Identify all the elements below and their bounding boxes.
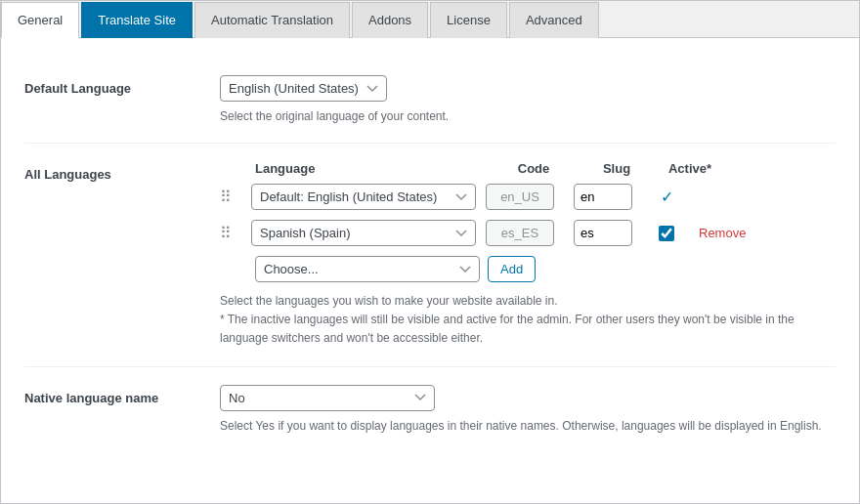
add-language-row: Choose... Add — [255, 256, 836, 282]
tab-content: Default Language English (United States)… — [1, 38, 859, 472]
add-language-button[interactable]: Add — [488, 256, 536, 282]
all-languages-section: All Languages Language Code Slug Active*… — [24, 144, 836, 367]
col-header-code: Code — [490, 161, 578, 176]
tab-automatic-translation[interactable]: Automatic Translation — [194, 2, 350, 38]
lang-select-spanish[interactable]: Spanish (Spain) — [251, 220, 476, 246]
tab-license[interactable]: License — [430, 2, 507, 38]
tabs-bar: General Translate Site Automatic Transla… — [1, 1, 859, 38]
drag-handle-icon[interactable]: ⠿ — [220, 188, 243, 206]
native-language-label: Native language name — [24, 385, 220, 435]
default-language-label: Default Language — [24, 75, 220, 125]
drag-handle-icon-2[interactable]: ⠿ — [220, 224, 243, 242]
tab-advanced[interactable]: Advanced — [509, 2, 599, 38]
native-language-select[interactable]: No Yes — [220, 385, 435, 411]
default-language-select[interactable]: English (United States) — [220, 75, 387, 102]
lang-row-spanish: ⠿ Spanish (Spain) Remove — [220, 220, 836, 246]
default-language-section: Default Language English (United States)… — [24, 58, 836, 144]
code-input-spanish — [486, 220, 554, 246]
active-area-spanish[interactable] — [642, 226, 691, 241]
native-language-description: Select Yes if you want to display langua… — [220, 417, 836, 435]
col-header-slug: Slug — [578, 161, 656, 176]
native-language-section: Native language name No Yes Select Yes i… — [24, 367, 836, 452]
default-language-description: Select the original language of your con… — [220, 107, 836, 125]
languages-note-line2: * The inactive languages will still be v… — [220, 313, 795, 345]
col-header-active: Active* — [656, 161, 724, 176]
languages-note: Select the languages you wish to make yo… — [220, 292, 836, 349]
active-area-default: ✓ — [642, 188, 691, 206]
slug-input-default[interactable] — [574, 184, 632, 210]
add-language-select[interactable]: Choose... — [255, 256, 480, 282]
default-language-content: English (United States) Select the origi… — [220, 75, 836, 125]
languages-note-line1: Select the languages you wish to make yo… — [220, 294, 558, 308]
settings-container: General Translate Site Automatic Transla… — [0, 0, 860, 504]
all-languages-label: All Languages — [24, 161, 220, 349]
native-language-content: No Yes Select Yes if you want to display… — [220, 385, 836, 435]
tab-general[interactable]: General — [1, 2, 79, 38]
active-checkbox-spanish[interactable] — [659, 226, 674, 241]
active-check-icon: ✓ — [661, 188, 673, 206]
code-input-default — [486, 184, 554, 210]
all-languages-content: Language Code Slug Active* ⠿ Default: En… — [220, 161, 836, 349]
lang-row-default: ⠿ Default: English (United States) ✓ — [220, 184, 836, 210]
tab-translate-site[interactable]: Translate Site — [81, 2, 193, 38]
remove-button-spanish[interactable]: Remove — [699, 226, 746, 240]
slug-input-spanish[interactable] — [574, 220, 632, 246]
lang-table-header: Language Code Slug Active* — [255, 161, 836, 184]
col-header-language: Language — [255, 161, 490, 176]
lang-select-default[interactable]: Default: English (United States) — [251, 184, 476, 210]
tab-addons[interactable]: Addons — [352, 2, 428, 38]
